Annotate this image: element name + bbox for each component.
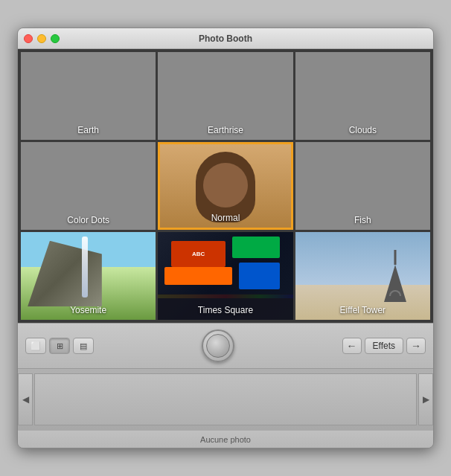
ts-sign3 bbox=[164, 267, 232, 285]
arrow-left-icon: ← bbox=[347, 340, 357, 352]
effects-next-button[interactable]: → bbox=[406, 338, 426, 354]
main-window: Photo Booth Earth Earthrise Clouds Color… bbox=[17, 28, 434, 448]
face-silhouette bbox=[196, 152, 255, 222]
photo-strip-scroll[interactable] bbox=[34, 373, 417, 425]
ts-sign1: ABC bbox=[171, 241, 226, 267]
titlebar: Photo Booth bbox=[18, 28, 433, 49]
ts-sign2 bbox=[232, 237, 279, 259]
tower-top bbox=[394, 250, 396, 265]
effect-fish[interactable]: Fish bbox=[295, 142, 430, 230]
tower-body bbox=[384, 265, 406, 302]
maximize-button[interactable] bbox=[51, 34, 60, 43]
toolbar: ⬜ ⊞ ▤ ← Effets → bbox=[18, 323, 433, 368]
status-bar: Aucune photo bbox=[18, 430, 433, 448]
effect-fish-label: Fish bbox=[295, 215, 430, 225]
effect-normal-label: Normal bbox=[160, 213, 290, 223]
view-film-icon: ▤ bbox=[80, 341, 87, 351]
effect-clouds-label: Clouds bbox=[295, 125, 430, 135]
effect-earthrise-label: Earthrise bbox=[158, 125, 292, 135]
capture-button[interactable] bbox=[202, 329, 234, 362]
minimize-button[interactable] bbox=[37, 34, 46, 43]
effects-grid: Earth Earthrise Clouds Color Dots bbox=[21, 52, 430, 320]
effects-nav: ← Effets → bbox=[342, 338, 426, 354]
effect-color-dots[interactable]: Color Dots bbox=[21, 142, 156, 230]
scroll-left-icon: ◀ bbox=[22, 394, 29, 405]
close-button[interactable] bbox=[24, 34, 33, 43]
ts-sign4 bbox=[239, 263, 279, 289]
view-film-button[interactable]: ▤ bbox=[73, 338, 94, 354]
yosemite-waterfall bbox=[82, 237, 88, 298]
view-single-button[interactable]: ⬜ bbox=[25, 338, 46, 354]
effect-eiffel-label: Eiffel Tower bbox=[295, 305, 430, 315]
view-grid-button[interactable]: ⊞ bbox=[49, 338, 70, 354]
window-title: Photo Booth bbox=[199, 33, 252, 44]
view-grid-icon: ⊞ bbox=[57, 341, 63, 351]
effects-label-text: Effets bbox=[373, 341, 395, 351]
effect-times-square[interactable]: ABC Times Square bbox=[158, 232, 292, 320]
view-buttons: ⬜ ⊞ ▤ bbox=[25, 338, 94, 354]
yosemite-cliff bbox=[28, 241, 102, 307]
effect-earth-label: Earth bbox=[21, 125, 156, 135]
traffic-lights bbox=[24, 34, 60, 43]
face-head bbox=[203, 163, 248, 208]
effect-earthrise[interactable]: Earthrise bbox=[158, 52, 292, 140]
effect-earth[interactable]: Earth bbox=[21, 52, 156, 140]
capture-button-inner bbox=[206, 334, 230, 358]
scroll-right-icon: ▶ bbox=[423, 394, 429, 405]
strip-scroll-left-button[interactable]: ◀ bbox=[18, 373, 33, 425]
effect-color-dots-label: Color Dots bbox=[21, 215, 156, 225]
effects-prev-button[interactable]: ← bbox=[342, 338, 362, 354]
effect-clouds[interactable]: Clouds bbox=[295, 52, 430, 140]
status-text: Aucune photo bbox=[200, 435, 251, 444]
effects-grid-area: Earth Earthrise Clouds Color Dots bbox=[18, 49, 433, 323]
effects-label-button[interactable]: Effets bbox=[365, 338, 403, 354]
effect-eiffel-tower[interactable]: Eiffel Tower bbox=[295, 232, 430, 320]
view-single-icon: ⬜ bbox=[31, 341, 41, 351]
effect-yosemite[interactable]: Yosemite bbox=[21, 232, 156, 320]
strip-scroll-right-button[interactable]: ▶ bbox=[418, 373, 433, 425]
effect-normal[interactable]: Normal bbox=[158, 142, 292, 230]
effect-yosemite-label: Yosemite bbox=[21, 305, 156, 315]
arrow-right-icon: → bbox=[411, 340, 421, 352]
photo-strip-area: ◀ ▶ bbox=[18, 368, 433, 430]
eiffel-tower-graphic bbox=[380, 250, 410, 302]
effect-times-square-label: Times Square bbox=[158, 305, 292, 315]
